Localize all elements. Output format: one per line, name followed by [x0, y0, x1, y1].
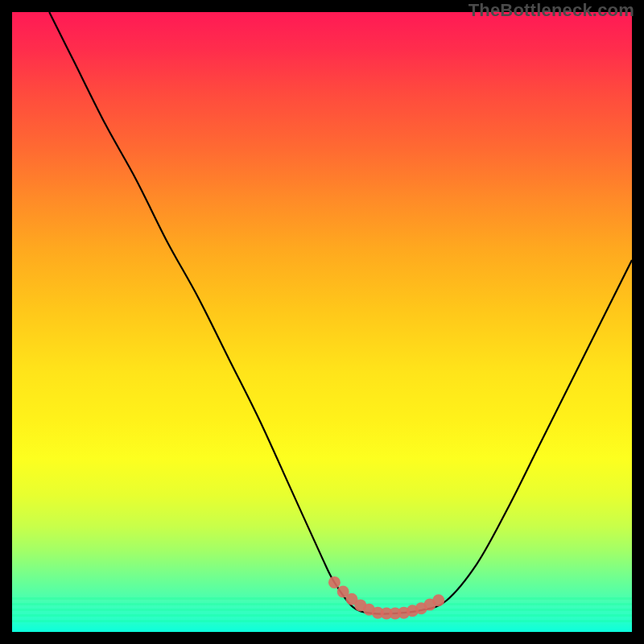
highlight-dot	[432, 594, 444, 606]
bottleneck-curve-path	[49, 12, 632, 614]
chart-plot-area	[12, 12, 632, 632]
highlight-dot	[328, 576, 341, 588]
watermark-text: TheBottleneck.com	[469, 0, 634, 21]
chart-svg	[12, 12, 632, 632]
